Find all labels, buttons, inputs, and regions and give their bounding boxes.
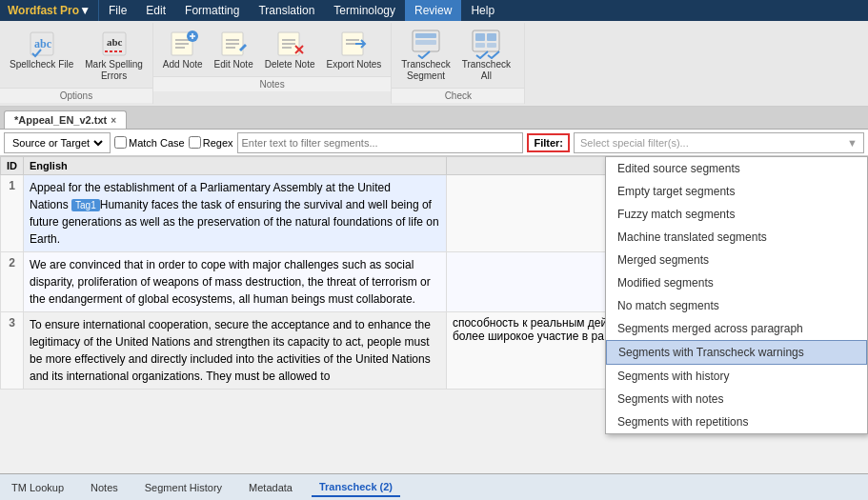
tag-1: Tag1 bbox=[71, 199, 100, 211]
content-area: ID English 1 Appeal for the establishmen… bbox=[0, 156, 868, 473]
status-notes[interactable]: Notes bbox=[83, 479, 126, 496]
ribbon-options-buttons: abc Spellcheck File abc bbox=[0, 23, 152, 88]
status-transcheck[interactable]: Transcheck (2) bbox=[312, 478, 400, 497]
status-bar: TM Lookup Notes Segment History Metadata… bbox=[0, 473, 868, 500]
row-id-1: 1 bbox=[1, 175, 24, 252]
filter-edited-source[interactable]: Edited source segments bbox=[606, 157, 867, 180]
filter-transcheck-warnings[interactable]: Segments with Transcheck warnings bbox=[606, 340, 867, 365]
export-notes-label: Export Notes bbox=[327, 59, 382, 70]
spellcheck-icon: abc bbox=[27, 29, 57, 59]
check-section-label: Check bbox=[392, 88, 524, 103]
ribbon-check-group: Transcheck Segment bbox=[392, 23, 525, 104]
svg-rect-27 bbox=[415, 40, 436, 45]
filter-modified[interactable]: Modified segments bbox=[606, 271, 867, 294]
special-filter-dropdown[interactable]: Select special filter(s)... ▼ bbox=[574, 132, 864, 153]
mark-spelling-button[interactable]: abc Mark Spelling Errors bbox=[79, 25, 149, 86]
transcheck-all-button[interactable]: Transcheck All bbox=[456, 25, 516, 86]
mark-spelling-icon: abc bbox=[99, 29, 130, 59]
filter-notes[interactable]: Segments with notes bbox=[606, 388, 867, 410]
delete-note-icon bbox=[274, 29, 305, 59]
col-english-header: English bbox=[24, 157, 447, 175]
match-case-checkbox-label: Match Case bbox=[114, 136, 185, 149]
filter-machine-translated[interactable]: Machine translated segments bbox=[606, 226, 867, 249]
transcheck-segment-icon bbox=[411, 29, 441, 59]
transcheck-all-icon bbox=[471, 29, 501, 59]
app-dropdown-arrow[interactable]: ▼ bbox=[79, 4, 91, 17]
spellcheck-file-button[interactable]: abc Spellcheck File bbox=[4, 25, 79, 86]
add-note-icon bbox=[168, 29, 198, 59]
filter-text-input[interactable] bbox=[237, 132, 524, 153]
filter-no-match[interactable]: No match segments bbox=[606, 294, 867, 317]
regex-checkbox[interactable] bbox=[189, 136, 201, 149]
menu-bar: Wordfast Pro ▼ File Edit Formatting Tran… bbox=[0, 0, 868, 21]
status-metadata[interactable]: Metadata bbox=[241, 479, 300, 496]
ribbon-notes-buttons: Add Note Edit Note bbox=[153, 23, 391, 76]
svg-text:abc: abc bbox=[107, 36, 123, 48]
filter-merged[interactable]: Merged segments bbox=[606, 249, 867, 271]
ribbon-notes-group: Add Note Edit Note bbox=[153, 23, 392, 104]
edit-note-button[interactable]: Edit Note bbox=[209, 25, 259, 74]
export-notes-icon bbox=[338, 29, 369, 59]
filter-repetitions[interactable]: Segments with repetitions bbox=[606, 410, 867, 433]
status-segment-history[interactable]: Segment History bbox=[137, 479, 230, 496]
export-notes-button[interactable]: Export Notes bbox=[321, 25, 388, 74]
row-id-2: 2 bbox=[1, 252, 24, 312]
mark-spelling-label: Mark Spelling Errors bbox=[85, 59, 143, 82]
row-english-1[interactable]: Appeal for the establishment of a Parlia… bbox=[24, 175, 447, 252]
regex-label: Regex bbox=[203, 137, 233, 149]
menu-help[interactable]: Help bbox=[461, 0, 504, 21]
tab-close-button[interactable]: × bbox=[111, 115, 116, 126]
svg-rect-30 bbox=[487, 33, 496, 41]
filter-bar: Source or Target Source Target Match Cas… bbox=[0, 130, 868, 156]
regex-checkbox-label: Regex bbox=[189, 136, 233, 149]
options-section-label: Options bbox=[0, 88, 152, 103]
special-filter-menu: Edited source segments Empty target segm… bbox=[605, 156, 868, 434]
app-name-text: Wordfast Pro bbox=[8, 4, 79, 17]
ribbon-options-group: abc Spellcheck File abc bbox=[0, 23, 153, 104]
special-filter-arrow: ▼ bbox=[847, 137, 858, 149]
match-case-checkbox[interactable] bbox=[114, 136, 127, 149]
match-case-label: Match Case bbox=[129, 137, 185, 149]
filter-empty-target[interactable]: Empty target segments bbox=[606, 180, 867, 203]
filter-label: Filter: bbox=[534, 137, 563, 149]
col-id-header: ID bbox=[1, 157, 24, 175]
menu-translation[interactable]: Translation bbox=[249, 0, 324, 21]
menu-terminology[interactable]: Terminology bbox=[324, 0, 405, 21]
svg-text:abc: abc bbox=[34, 37, 52, 50]
transcheck-all-label: Transcheck All bbox=[462, 59, 511, 82]
menu-review[interactable]: Review bbox=[405, 0, 461, 21]
svg-rect-29 bbox=[475, 33, 485, 41]
status-tm-lookup[interactable]: TM Lookup bbox=[4, 479, 71, 496]
app-name[interactable]: Wordfast Pro ▼ bbox=[0, 0, 99, 21]
add-note-button[interactable]: Add Note bbox=[157, 25, 209, 74]
svg-rect-26 bbox=[415, 33, 436, 38]
transcheck-segment-button[interactable]: Transcheck Segment bbox=[395, 25, 455, 86]
filter-merged-across-paragraph[interactable]: Segments merged across paragraph bbox=[606, 317, 867, 340]
svg-rect-31 bbox=[475, 43, 485, 48]
tab-bar: *Appeal_EN_v2.txt × bbox=[0, 107, 868, 130]
svg-rect-32 bbox=[487, 43, 496, 48]
edit-note-icon bbox=[218, 29, 249, 59]
edit-note-label: Edit Note bbox=[214, 59, 253, 70]
tab-appeal-en[interactable]: *Appeal_EN_v2.txt × bbox=[4, 110, 127, 129]
row-english-2[interactable]: We are convinced that in order to cope w… bbox=[24, 252, 447, 312]
filter-fuzzy-match[interactable]: Fuzzy match segments bbox=[606, 203, 867, 226]
menu-file[interactable]: File bbox=[99, 0, 136, 21]
menu-edit[interactable]: Edit bbox=[136, 0, 175, 21]
notes-section-label: Notes bbox=[153, 76, 391, 91]
tab-name: *Appeal_EN_v2.txt bbox=[14, 114, 107, 126]
filter-history[interactable]: Segments with history bbox=[606, 365, 867, 388]
special-filter-placeholder: Select special filter(s)... bbox=[580, 137, 689, 149]
source-target-dropdown[interactable]: Source or Target Source Target bbox=[4, 132, 111, 153]
transcheck-segment-label: Transcheck Segment bbox=[401, 59, 450, 82]
delete-note-button[interactable]: Delete Note bbox=[259, 25, 321, 74]
row-id-3: 3 bbox=[1, 312, 24, 390]
row-english-3[interactable]: To ensure international cooperation, sec… bbox=[24, 312, 447, 390]
add-note-label: Add Note bbox=[163, 59, 203, 70]
ribbon-check-buttons: Transcheck Segment bbox=[392, 23, 524, 88]
spellcheck-file-label: Spellcheck File bbox=[10, 59, 73, 70]
source-target-select[interactable]: Source or Target Source Target bbox=[9, 136, 106, 150]
menu-formatting[interactable]: Formatting bbox=[175, 0, 249, 21]
ribbon: abc Spellcheck File abc bbox=[0, 21, 868, 107]
delete-note-label: Delete Note bbox=[265, 59, 315, 70]
